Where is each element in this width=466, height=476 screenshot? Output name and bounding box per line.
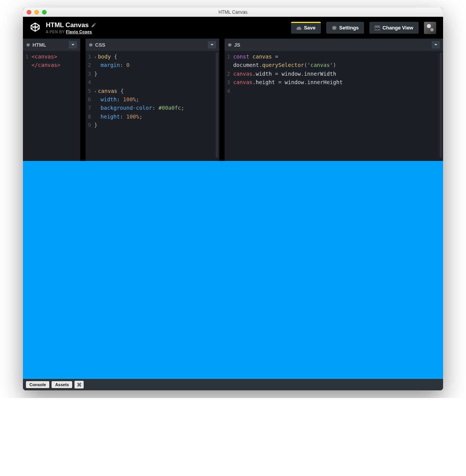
js-editor-collapse-button[interactable] bbox=[432, 41, 440, 49]
pen-title[interactable]: HTML Canvas bbox=[46, 21, 89, 29]
editor-row: HTML 1 <canvas> </canvas> CSS 123456789 bbox=[23, 39, 443, 161]
js-code[interactable]: const canvas = document.querySelector('c… bbox=[233, 52, 343, 161]
html-code[interactable]: <canvas> </canvas> bbox=[31, 52, 60, 161]
css-scrollbar[interactable] bbox=[216, 52, 218, 158]
keyboard-shortcuts-button[interactable]: ⌘ bbox=[74, 381, 84, 388]
cloud-icon bbox=[296, 25, 302, 31]
css-editor-collapse-button[interactable] bbox=[208, 41, 216, 49]
gear-icon[interactable] bbox=[228, 43, 232, 47]
css-editor-panel: CSS 123456789 ▾body { margin: 0 } ▾canva… bbox=[86, 39, 219, 161]
js-editor-title: JS bbox=[234, 42, 429, 48]
js-editor-header: JS bbox=[225, 39, 443, 51]
js-editor-panel: JS 1234 const canvas = document.querySel… bbox=[225, 39, 443, 161]
settings-button-label: Settings bbox=[339, 25, 359, 31]
html-editor-panel: HTML 1 <canvas> </canvas> bbox=[23, 39, 80, 161]
css-gutter: 123456789 bbox=[86, 52, 94, 161]
close-window-button[interactable] bbox=[27, 10, 31, 15]
js-editor-body[interactable]: 1234 const canvas = document.querySelect… bbox=[225, 51, 443, 161]
mac-titlebar: HTML Canvas bbox=[23, 8, 443, 17]
preview-pane bbox=[23, 161, 443, 379]
pen-byline-prefix: A PEN BY bbox=[46, 30, 65, 34]
user-avatar[interactable] bbox=[424, 22, 436, 34]
codepen-logo-icon bbox=[30, 22, 40, 34]
pen-title-block: HTML Canvas A PEN BY Flavio Copes bbox=[46, 21, 96, 34]
edit-title-icon[interactable] bbox=[91, 23, 96, 28]
js-gutter: 1234 bbox=[225, 52, 233, 161]
chevron-down-icon bbox=[434, 43, 438, 47]
svg-rect-0 bbox=[375, 26, 380, 30]
app-header: HTML Canvas A PEN BY Flavio Copes Save S… bbox=[23, 17, 443, 39]
zoom-window-button[interactable] bbox=[42, 10, 47, 15]
traffic-lights bbox=[23, 10, 47, 15]
js-scrollbar[interactable] bbox=[440, 52, 442, 158]
css-editor-header: CSS bbox=[86, 39, 219, 51]
html-editor-collapse-button[interactable] bbox=[69, 41, 77, 49]
chevron-down-icon bbox=[210, 43, 214, 47]
assets-button[interactable]: Assets bbox=[52, 381, 72, 388]
html-editor-title: HTML bbox=[32, 42, 66, 48]
chevron-down-icon bbox=[71, 43, 75, 47]
css-code[interactable]: ▾body { margin: 0 } ▾canvas { width: 100… bbox=[94, 52, 184, 161]
minimize-window-button[interactable] bbox=[34, 10, 39, 15]
save-button[interactable]: Save bbox=[291, 22, 321, 34]
settings-button[interactable]: Settings bbox=[326, 22, 364, 34]
pen-author-link[interactable]: Flavio Copes bbox=[66, 30, 92, 34]
window-title: HTML Canvas bbox=[23, 10, 443, 15]
gear-icon[interactable] bbox=[89, 43, 93, 47]
html-gutter: 1 bbox=[23, 52, 31, 161]
html-editor-body[interactable]: 1 <canvas> </canvas> bbox=[23, 51, 80, 161]
html-editor-header: HTML bbox=[23, 39, 80, 51]
change-view-button-label: Change View bbox=[382, 25, 413, 31]
save-button-label: Save bbox=[304, 25, 316, 31]
css-editor-title: CSS bbox=[95, 42, 205, 48]
gear-icon[interactable] bbox=[26, 43, 30, 47]
app-window: HTML Canvas HTML Canvas A PEN BY Flavio … bbox=[23, 8, 443, 390]
gear-icon bbox=[332, 25, 337, 31]
console-button[interactable]: Console bbox=[26, 381, 49, 388]
css-editor-body[interactable]: 123456789 ▾body { margin: 0 } ▾canvas { … bbox=[86, 51, 219, 161]
change-view-button[interactable]: Change View bbox=[369, 22, 419, 34]
layout-icon bbox=[375, 25, 380, 31]
app-footer: Console Assets ⌘ bbox=[23, 379, 443, 390]
pen-byline: A PEN BY Flavio Copes bbox=[46, 30, 96, 34]
